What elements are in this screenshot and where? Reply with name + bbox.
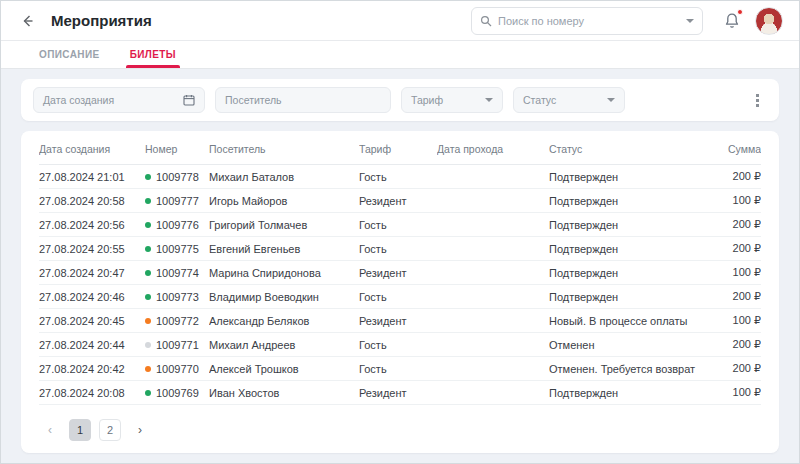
notification-badge: [737, 9, 743, 15]
cell-number: 1009773: [156, 291, 199, 303]
cell-created: 27.08.2024 20:58: [39, 195, 145, 207]
table-body: 27.08.2024 21:01 1009778 Михаил Баталов …: [39, 165, 761, 405]
cell-status: Новый. В процессе оплаты: [549, 315, 697, 327]
col-sum: Сумма: [697, 143, 761, 155]
cell-tariff: Гость: [359, 219, 437, 231]
back-button[interactable]: [17, 11, 37, 31]
cell-number: 1009770: [156, 363, 199, 375]
cell-sum: 200 ₽: [697, 362, 761, 375]
created-date-filter[interactable]: Дата создания: [33, 87, 205, 113]
table-row[interactable]: 27.08.2024 20:47 1009774 Марина Спиридон…: [39, 261, 761, 285]
cell-tariff: Гость: [359, 243, 437, 255]
cell-status: Подтвержден: [549, 267, 697, 279]
cell-tariff: Гость: [359, 291, 437, 303]
status-filter-select[interactable]: Статус: [513, 87, 625, 113]
top-bar: Мероприятия Поиск по номеру: [1, 1, 799, 41]
cell-created: 27.08.2024 20:44: [39, 339, 145, 351]
table-row[interactable]: 27.08.2024 20:44 1009771 Михаил Андреев …: [39, 333, 761, 357]
col-visitor: Посетитель: [209, 143, 359, 155]
table-row[interactable]: 27.08.2024 20:45 1009772 Александр Беляк…: [39, 309, 761, 333]
cell-sum: 100 ₽: [697, 194, 761, 207]
notifications-button[interactable]: [721, 10, 743, 32]
page-button-1[interactable]: 1: [69, 419, 91, 441]
visitor-placeholder: Посетитель: [225, 94, 381, 106]
ticket-status-dot: [145, 270, 151, 276]
cell-number: 1009778: [156, 171, 199, 183]
pagination: ‹ 1 2 ›: [39, 419, 761, 441]
table-row[interactable]: 27.08.2024 20:56 1009776 Григорий Толмач…: [39, 213, 761, 237]
col-pass-date: Дата прохода: [437, 143, 549, 155]
cell-sum: 200 ₽: [697, 170, 761, 183]
cell-created: 27.08.2024 20:46: [39, 291, 145, 303]
cell-number: 1009777: [156, 195, 199, 207]
user-avatar[interactable]: [755, 7, 783, 35]
tab-tickets[interactable]: БИЛЕТЫ: [128, 41, 178, 68]
cell-tariff: Гость: [359, 363, 437, 375]
table-row[interactable]: 27.08.2024 20:58 1009777 Игорь Майоров Р…: [39, 189, 761, 213]
cell-sum: 200 ₽: [697, 290, 761, 303]
cell-visitor: Владимир Воеводкин: [209, 291, 359, 303]
tickets-table: Дата создания Номер Посетитель Тариф Дат…: [21, 131, 779, 453]
ticket-status-dot: [145, 222, 151, 228]
cell-created: 27.08.2024 21:01: [39, 171, 145, 183]
cell-status: Подтвержден: [549, 195, 697, 207]
cell-number: 1009769: [156, 387, 199, 399]
cell-status: Подтвержден: [549, 291, 697, 303]
ticket-status-dot: [145, 246, 151, 252]
cell-created: 27.08.2024 20:45: [39, 315, 145, 327]
cell-visitor: Игорь Майоров: [209, 195, 359, 207]
cell-number: 1009774: [156, 267, 199, 279]
cell-sum: 100 ₽: [697, 314, 761, 327]
tab-bar: ОПИСАНИЕ БИЛЕТЫ: [1, 41, 799, 69]
arrow-left-icon: [19, 13, 35, 29]
table-row[interactable]: 27.08.2024 21:01 1009778 Михаил Баталов …: [39, 165, 761, 189]
tariff-label: Тариф: [411, 94, 479, 106]
table-row[interactable]: 27.08.2024 20:46 1009773 Владимир Воевод…: [39, 285, 761, 309]
calendar-icon: [183, 94, 195, 106]
table-header-row: Дата создания Номер Посетитель Тариф Дат…: [39, 133, 761, 165]
cell-created: 27.08.2024 20:55: [39, 243, 145, 255]
cell-visitor: Михаил Баталов: [209, 171, 359, 183]
cell-tariff: Резидент: [359, 195, 437, 207]
ticket-status-dot: [145, 318, 151, 324]
col-tariff: Тариф: [359, 143, 437, 155]
cell-status: Отменен. Требуется возврат: [549, 363, 697, 375]
search-input[interactable]: Поиск по номеру: [471, 7, 703, 35]
table-row[interactable]: 27.08.2024 20:55 1009775 Евгений Евгенье…: [39, 237, 761, 261]
prev-page-button[interactable]: ‹: [39, 419, 61, 441]
chevron-down-icon: [485, 98, 493, 102]
cell-tariff: Гость: [359, 339, 437, 351]
search-placeholder: Поиск по номеру: [498, 15, 680, 27]
cell-visitor: Михаил Андреев: [209, 339, 359, 351]
next-page-button[interactable]: ›: [129, 419, 151, 441]
more-actions-button[interactable]: [747, 91, 767, 110]
ticket-status-dot: [145, 174, 151, 180]
cell-visitor: Григорий Толмачев: [209, 219, 359, 231]
cell-visitor: Иван Хвостов: [209, 387, 359, 399]
cell-visitor: Марина Спиридонова: [209, 267, 359, 279]
chevron-down-icon: [607, 98, 615, 102]
ticket-status-dot: [145, 198, 151, 204]
cell-sum: 200 ₽: [697, 242, 761, 255]
cell-number: 1009776: [156, 219, 199, 231]
tab-description[interactable]: ОПИСАНИЕ: [37, 41, 102, 68]
cell-sum: 100 ₽: [697, 266, 761, 279]
filters-panel: Дата создания Посетитель Тариф Статус: [21, 79, 779, 121]
page-button-2[interactable]: 2: [99, 419, 121, 441]
cell-created: 27.08.2024 20:42: [39, 363, 145, 375]
cell-sum: 100 ₽: [697, 386, 761, 399]
visitor-filter[interactable]: Посетитель: [215, 87, 391, 113]
cell-status: Подтвержден: [549, 171, 697, 183]
cell-sum: 200 ₽: [697, 338, 761, 351]
ticket-status-dot: [145, 390, 151, 396]
cell-status: Подтвержден: [549, 219, 697, 231]
page-title: Мероприятия: [51, 12, 152, 29]
chevron-down-icon[interactable]: [686, 19, 694, 23]
tariff-filter-select[interactable]: Тариф: [401, 87, 503, 113]
col-created: Дата создания: [39, 143, 145, 155]
cell-tariff: Резидент: [359, 387, 437, 399]
table-row[interactable]: 27.08.2024 20:08 1009769 Иван Хвостов Ре…: [39, 381, 761, 405]
table-row[interactable]: 27.08.2024 20:42 1009770 Алексей Трошков…: [39, 357, 761, 381]
cell-visitor: Александр Беляков: [209, 315, 359, 327]
cell-tariff: Резидент: [359, 315, 437, 327]
